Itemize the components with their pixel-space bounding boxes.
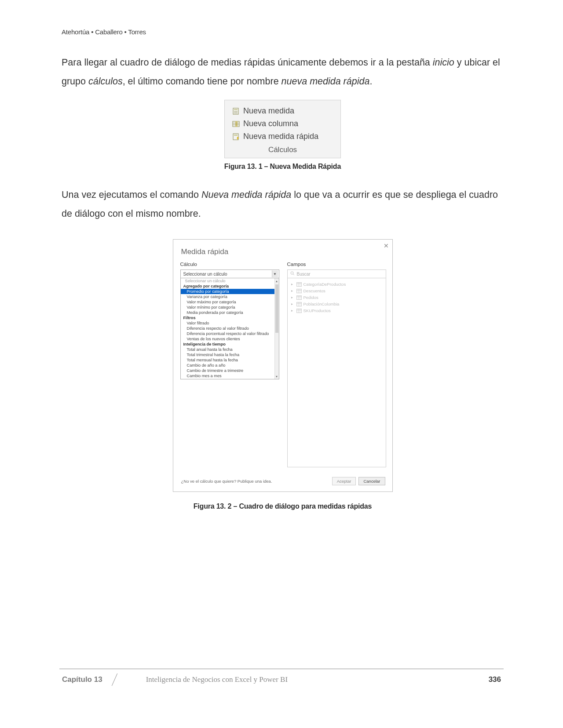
quick-measure-icon <box>232 133 241 141</box>
calc-option[interactable]: Promedio por categoría <box>181 289 274 294</box>
column-icon <box>232 120 241 128</box>
calc-option[interactable]: Total trimestral hasta la fecha <box>181 352 274 357</box>
field-item[interactable]: ▸PoblaciónColombia <box>290 301 383 307</box>
table-icon <box>296 302 302 306</box>
svg-point-11 <box>291 272 293 274</box>
calc-select-value: Seleccionar un cálculo <box>183 272 227 277</box>
calc-option[interactable]: Cambio de trimestre a trimestre <box>181 368 274 373</box>
chevron-right-icon: ▸ <box>291 289 295 293</box>
calc-option[interactable]: Seleccionar un cálculo <box>181 278 274 284</box>
field-label: Pedidos <box>303 295 318 300</box>
field-item[interactable]: ▸CategoríaDeProductos <box>290 281 383 288</box>
ribbon-item-label: Nueva medida <box>243 106 294 116</box>
fields-column: Campos Buscar ▸CategoríaDeProductos▸Desc… <box>287 262 386 467</box>
paragraph-1: Para llegar al cuadro de diálogo de medi… <box>62 53 504 91</box>
para1-end: . <box>369 76 372 87</box>
calc-option[interactable]: Diferencia respecto al valor filtrado <box>181 326 274 331</box>
calc-option[interactable]: Valor mínimo por categoría <box>181 305 274 310</box>
quick-measure-dialog: ✕ Medida rápida Cálculo Seleccionar un c… <box>173 239 393 492</box>
table-icon <box>296 289 302 293</box>
scroll-up-icon[interactable]: ▲ <box>275 278 279 284</box>
figure-1: Nueva medida Nueva columna Nueva medida … <box>62 100 504 171</box>
paragraph-2: Una vez ejecutamos el comando Nueva medi… <box>62 186 504 223</box>
calc-option[interactable]: Filtros <box>181 315 274 320</box>
field-label: PoblaciónColombia <box>303 302 340 306</box>
calc-listbox[interactable]: Seleccionar un cálculoAgregado por categ… <box>180 278 279 379</box>
field-label: CategoríaDeProductos <box>303 282 346 287</box>
calc-option[interactable]: Valor filtrado <box>181 320 274 326</box>
para1-em-nueva-medida: nueva medida rápida <box>282 76 370 87</box>
accept-button[interactable]: Aceptar <box>332 477 356 485</box>
para2-pre: Una vez ejecutamos el comando <box>62 189 201 200</box>
field-item[interactable]: ▸Pedidos <box>290 294 383 301</box>
search-icon <box>290 271 295 277</box>
para1-em-calculos: cálculos <box>88 76 123 87</box>
calc-select[interactable]: Seleccionar un cálculo ▼ <box>180 269 279 278</box>
svg-line-12 <box>293 274 294 275</box>
table-icon <box>296 282 302 287</box>
calc-option[interactable]: Agregado por categoría <box>181 284 274 289</box>
fields-label: Campos <box>287 262 386 267</box>
book-title: Inteligencia de Negocios con Excel y Pow… <box>111 675 489 684</box>
fields-search[interactable]: Buscar <box>287 269 386 278</box>
calc-option[interactable]: Media ponderada por categoría <box>181 310 274 315</box>
close-icon[interactable]: ✕ <box>384 242 389 249</box>
svg-rect-17 <box>296 289 301 293</box>
calc-option[interactable]: Valor máximo por categoría <box>181 299 274 305</box>
para2-em: Nueva medida rápida <box>201 189 291 200</box>
calc-option[interactable]: Inteligencia de tiempo <box>181 342 274 347</box>
calc-option[interactable]: Cambio de año a año <box>181 363 274 368</box>
measure-icon <box>232 107 241 115</box>
ribbon-group-label: Cálculos <box>225 143 340 156</box>
search-placeholder: Buscar <box>297 272 311 277</box>
ribbon-item-label: Nueva medida rápida <box>243 132 318 141</box>
calc-option[interactable]: Ventas de los nuevos clientes <box>181 336 274 342</box>
calc-option[interactable]: Total mensual hasta la fecha <box>181 357 274 363</box>
svg-rect-1 <box>234 109 238 110</box>
svg-rect-13 <box>296 282 301 286</box>
table-icon <box>296 309 302 313</box>
chevron-right-icon: ▸ <box>291 309 295 313</box>
chevron-right-icon: ▸ <box>291 282 295 286</box>
figure-2-caption: Figura 13. 2 – Cuadro de diálogo para me… <box>194 502 372 510</box>
calc-option[interactable]: Varianza por categoría <box>181 294 274 299</box>
header-authors: Atehortúa • Caballero • Torres <box>62 28 504 36</box>
calc-column: Cálculo Seleccionar un cálculo ▼ Selecci… <box>180 262 279 467</box>
svg-rect-9 <box>234 135 238 136</box>
chevron-right-icon: ▸ <box>291 302 295 306</box>
para1-pre: Para llegar al cuadro de diálogo de medi… <box>62 57 433 68</box>
ribbon-item-nueva-medida-rapida[interactable]: Nueva medida rápida <box>225 130 340 143</box>
calc-option[interactable]: Diferencia porcentual respecto al valor … <box>181 331 274 336</box>
dialog-title: Medida rápida <box>173 240 392 260</box>
ribbon-item-nueva-columna[interactable]: Nueva columna <box>225 117 340 130</box>
chevron-down-icon: ▼ <box>272 270 278 277</box>
field-label: Descuentos <box>303 288 325 293</box>
scroll-down-icon[interactable]: ▼ <box>275 374 279 379</box>
figure-1-caption: Figura 13. 1 – Nueva Medida Rápida <box>224 163 341 171</box>
chapter-label: Capítulo 13 <box>59 673 111 686</box>
svg-rect-29 <box>296 309 301 313</box>
scroll-thumb[interactable] <box>275 284 278 333</box>
scrollbar[interactable]: ▲ ▼ <box>274 278 279 379</box>
calc-option[interactable]: Media acumulada <box>181 379 274 379</box>
calc-option[interactable]: Cambio mes a mes <box>181 373 274 379</box>
figure-2: ✕ Medida rápida Cálculo Seleccionar un c… <box>62 239 504 510</box>
field-item[interactable]: ▸SKUProductos <box>290 307 383 314</box>
field-label: SKUProductos <box>303 308 331 313</box>
svg-rect-5 <box>235 121 238 127</box>
table-icon <box>296 295 302 300</box>
para1-em-inicio: inicio <box>433 57 454 68</box>
ribbon-item-label: Nueva columna <box>243 119 298 128</box>
para1-mid2: , el último comando tiene por nombre <box>123 76 282 87</box>
calc-label: Cálculo <box>180 262 279 267</box>
page-footer: Capítulo 13 Inteligencia de Negocios con… <box>59 669 504 686</box>
fields-tree[interactable]: ▸CategoríaDeProductos▸Descuentos▸Pedidos… <box>287 278 386 467</box>
cancel-button[interactable]: Cancelar <box>358 477 385 485</box>
field-item[interactable]: ▸Descuentos <box>290 288 383 294</box>
publish-idea-link[interactable]: ¿No ve el cálculo que quiere? Publique u… <box>181 479 272 484</box>
ribbon-group-calculos: Nueva medida Nueva columna Nueva medida … <box>224 100 341 158</box>
calc-option[interactable]: Total anual hasta la fecha <box>181 347 274 352</box>
ribbon-item-nueva-medida[interactable]: Nueva medida <box>225 105 340 117</box>
chevron-right-icon: ▸ <box>291 295 295 299</box>
page-number: 336 <box>489 675 504 684</box>
